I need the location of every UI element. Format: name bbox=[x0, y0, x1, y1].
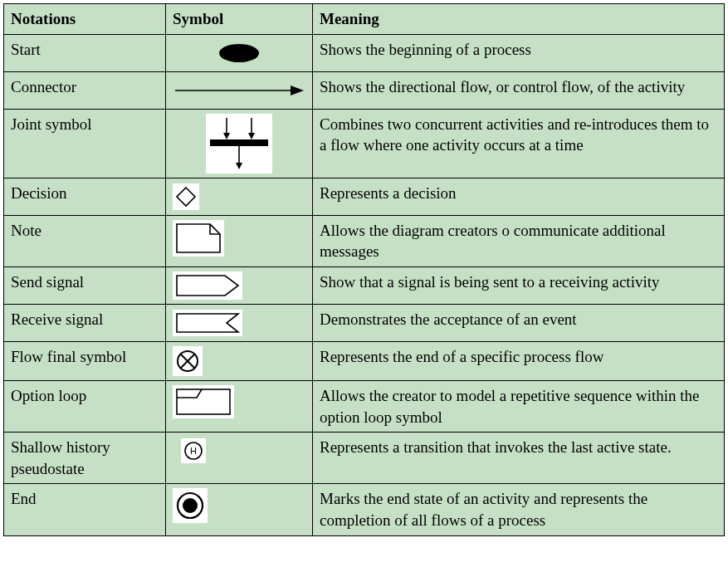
meaning-cell: Marks the end state of an activity and r… bbox=[313, 484, 725, 535]
svg-rect-7 bbox=[210, 139, 268, 146]
joint-icon bbox=[206, 114, 272, 174]
header-meaning: Meaning bbox=[313, 4, 725, 35]
table-row: Connector Shows the directional flow, or… bbox=[4, 71, 725, 109]
meaning-cell: Demonstrates the acceptance of an event bbox=[313, 304, 725, 341]
meaning-cell: Allows the creator to model a repetitive… bbox=[313, 380, 725, 432]
symbol-cell bbox=[166, 341, 313, 380]
table-header-row: Notations Symbol Meaning bbox=[4, 4, 725, 35]
svg-marker-10 bbox=[177, 188, 195, 206]
table-row: Shallow history pseudostate H Represents… bbox=[4, 433, 725, 484]
notation-cell: Option loop bbox=[4, 380, 166, 432]
symbol-cell bbox=[166, 380, 313, 432]
svg-text:H: H bbox=[190, 446, 197, 456]
meaning-cell: Combines two concurrent activities and r… bbox=[313, 109, 725, 178]
header-notations: Notations bbox=[4, 4, 166, 35]
meaning-cell: Allows the diagram creators o communicat… bbox=[313, 215, 725, 266]
svg-marker-2 bbox=[291, 86, 304, 95]
table-row: Joint symbol bbox=[4, 109, 725, 178]
notation-cell: Receive signal bbox=[4, 304, 166, 341]
flow-final-icon bbox=[173, 346, 203, 376]
table-row: Note Allows the diagram creators o commu… bbox=[4, 215, 725, 266]
svg-marker-4 bbox=[223, 133, 230, 139]
notation-cell: Joint symbol bbox=[4, 109, 166, 178]
symbol-cell bbox=[166, 215, 313, 266]
meaning-cell: Represents the end of a specific process… bbox=[313, 341, 725, 380]
table-row: Flow final symbol Represents the end of … bbox=[4, 341, 725, 380]
symbol-cell bbox=[166, 266, 313, 304]
table-row: End Marks the end state of an activity a… bbox=[4, 484, 725, 535]
table-row: Start Shows the beginning of a process bbox=[4, 34, 725, 71]
notation-cell: Shallow history pseudostate bbox=[4, 433, 166, 484]
send-signal-icon bbox=[173, 271, 242, 300]
symbol-cell bbox=[166, 34, 313, 71]
meaning-cell: Shows the directional flow, or control f… bbox=[313, 71, 725, 109]
option-loop-icon bbox=[173, 385, 234, 418]
notation-cell: Note bbox=[4, 215, 166, 266]
notation-cell: Start bbox=[4, 34, 166, 71]
notation-cell: Send signal bbox=[4, 266, 166, 304]
meaning-cell: Represents a decision bbox=[313, 178, 725, 215]
uml-notation-table: Notations Symbol Meaning Start Shows the… bbox=[3, 3, 725, 536]
header-symbol: Symbol bbox=[166, 4, 313, 35]
svg-marker-11 bbox=[177, 276, 238, 296]
notation-cell: End bbox=[4, 484, 166, 535]
start-icon bbox=[216, 42, 262, 64]
svg-marker-9 bbox=[236, 163, 242, 169]
receive-signal-icon bbox=[173, 310, 242, 336]
symbol-cell: H bbox=[166, 433, 313, 484]
symbol-cell bbox=[166, 109, 313, 178]
note-icon bbox=[173, 220, 224, 257]
svg-rect-16 bbox=[177, 389, 230, 414]
table-row: Receive signal Demonstrates the acceptan… bbox=[4, 304, 725, 341]
symbol-cell bbox=[166, 304, 313, 341]
notation-cell: Decision bbox=[4, 178, 166, 215]
shallow-history-icon: H bbox=[181, 438, 206, 463]
meaning-cell: Shows the beginning of a process bbox=[313, 34, 725, 71]
decision-icon bbox=[173, 183, 199, 210]
meaning-cell: Represents a transition that invokes the… bbox=[313, 433, 725, 484]
table-row: Send signal Show that a signal is being … bbox=[4, 266, 725, 304]
notation-cell: Connector bbox=[4, 71, 166, 109]
svg-point-20 bbox=[183, 498, 198, 513]
connector-icon bbox=[173, 82, 305, 99]
table-row: Option loop Allows the creator to model … bbox=[4, 380, 725, 432]
svg-marker-12 bbox=[177, 314, 238, 332]
meaning-cell: Show that a signal is being sent to a re… bbox=[313, 266, 725, 304]
symbol-cell bbox=[166, 484, 313, 535]
end-icon bbox=[173, 488, 208, 523]
table-row: Decision Represents a decision bbox=[4, 178, 725, 215]
notation-cell: Flow final symbol bbox=[4, 341, 166, 380]
symbol-cell bbox=[166, 178, 313, 215]
svg-marker-6 bbox=[248, 133, 255, 139]
symbol-cell bbox=[166, 71, 313, 109]
svg-point-0 bbox=[219, 44, 259, 62]
